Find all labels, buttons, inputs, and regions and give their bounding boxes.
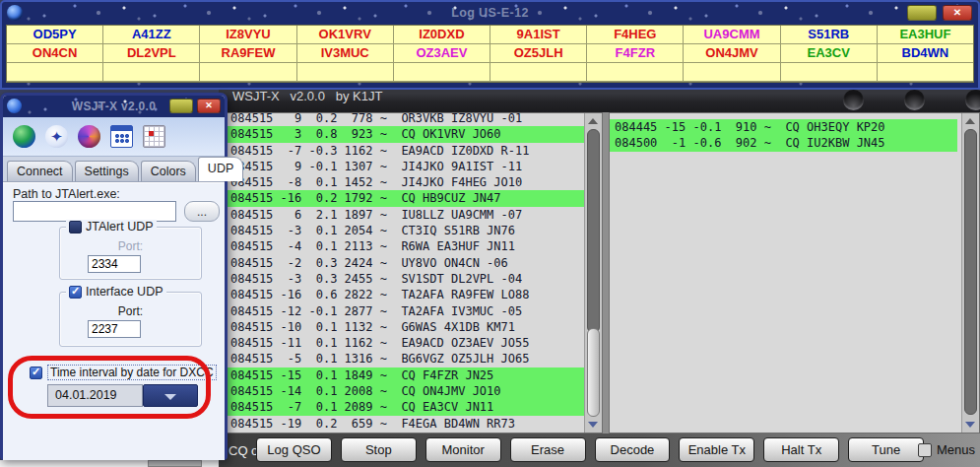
callsign-cell[interactable]: IZ0DXD bbox=[394, 26, 490, 44]
decode-row[interactable]: 084515 -4 0.1 2113 ~ R6WA EA3HUF JN11 bbox=[226, 238, 585, 254]
callsign-cell[interactable]: OD5PY bbox=[7, 26, 103, 44]
callsign-cell[interactable]: EA3HUF bbox=[878, 26, 973, 44]
callsign-cell[interactable] bbox=[103, 63, 200, 82]
decode-row[interactable]: 084515 -16 0.2 1792 ~ CQ HB9CUZ JN47 bbox=[226, 190, 585, 206]
grid-icon[interactable] bbox=[143, 125, 165, 148]
dialog-titlebar[interactable]: WSJT-X v2.0.0 ✕ bbox=[3, 96, 225, 117]
callsign-cell[interactable]: ON4JMV bbox=[684, 44, 780, 63]
decode-row[interactable]: 084515 -11 0.1 1162 ~ EA9ACD OZ3AEV JO55 bbox=[226, 335, 585, 351]
scrollbar-groove[interactable] bbox=[964, 129, 977, 415]
erase-button[interactable]: Erase bbox=[510, 437, 586, 462]
close-icon[interactable]: ✕ bbox=[197, 99, 221, 113]
tab-udp[interactable]: UDP bbox=[198, 157, 243, 181]
callsign-cell[interactable] bbox=[200, 63, 296, 82]
callsign-cell[interactable] bbox=[684, 63, 780, 82]
rx-frequency-scrollbar[interactable] bbox=[961, 113, 979, 433]
decode-row[interactable]: 084515 -7 -0.3 1162 ~ EA9ACD IZ0DXD R-11 bbox=[226, 143, 585, 159]
callsign-cell[interactable]: A41ZZ bbox=[103, 26, 200, 44]
calendar-icon[interactable] bbox=[110, 125, 133, 148]
decode-row[interactable]: 084515 -10 0.1 1132 ~ G6WAS 4X1DB KM71 bbox=[226, 319, 585, 335]
decode-row[interactable]: 084515 -5 0.1 1316 ~ BG6VGZ OZ5JLH JO65 bbox=[226, 351, 585, 367]
decode-row[interactable]: 084515 -15 0.1 1849 ~ CQ F4FZR JN25 bbox=[226, 367, 585, 383]
compass-icon[interactable] bbox=[45, 125, 68, 148]
decode-row[interactable]: 084515 3 0.8 923 ~ CQ OK1VRV JO60 bbox=[226, 126, 585, 142]
decode-row[interactable]: 084515 -3 0.1 2054 ~ CT3IQ S51RB JN76 bbox=[226, 223, 585, 238]
callsign-cell[interactable]: UA9CMM bbox=[684, 26, 780, 44]
callsign-cell[interactable]: F4FZR bbox=[587, 44, 684, 63]
stop-button[interactable]: Stop bbox=[341, 437, 417, 462]
minimize-button[interactable] bbox=[907, 5, 937, 21]
callsign-cell[interactable]: EA3CV bbox=[781, 44, 878, 63]
tab-colors[interactable]: Colors bbox=[141, 161, 196, 181]
decode-row[interactable]: 084515 9 0.2 778 ~ OR3VKB IZ8VYU -01 bbox=[226, 112, 585, 126]
log-window-titlebar[interactable]: Log US-E-12 ✕ bbox=[2, 2, 978, 24]
callsign-cell[interactable]: RA9FEW bbox=[200, 44, 296, 63]
callsign-cell[interactable]: S51RB bbox=[781, 26, 878, 44]
browse-button[interactable]: ... bbox=[184, 201, 220, 222]
callsign-cell[interactable]: IV3MUC bbox=[297, 44, 394, 63]
scrollbar-groove[interactable] bbox=[587, 129, 600, 333]
date-dropdown-button[interactable] bbox=[143, 384, 198, 407]
app-icon[interactable] bbox=[7, 5, 23, 21]
decode-button[interactable]: Decode bbox=[595, 437, 671, 462]
callsign-cell[interactable] bbox=[394, 63, 490, 82]
path-input[interactable] bbox=[13, 201, 176, 222]
callsign-cell[interactable] bbox=[587, 63, 684, 82]
jtalert-udp-checkbox[interactable] bbox=[69, 221, 82, 234]
callsign-cell[interactable]: DL2VPL bbox=[103, 44, 200, 63]
monitor-button[interactable]: Monitor bbox=[425, 437, 501, 462]
scroll-up-icon[interactable] bbox=[965, 118, 975, 124]
decode-row[interactable]: 084515 9 -0.1 1307 ~ JI4JKO 9A1IST -11 bbox=[226, 159, 585, 174]
decode-row[interactable]: 084515 -19 0.2 659 ~ F4EGA BD4WN RR73 bbox=[226, 416, 585, 432]
callsign-cell[interactable]: BD4WN bbox=[878, 44, 973, 63]
decode-row[interactable]: 084500 -1 -0.6 902 ~ CQ IU2KBW JN45 bbox=[610, 135, 957, 151]
decode-row[interactable]: 084515 6 2.1 1897 ~ IU8LLZ UA9CMM -07 bbox=[226, 207, 585, 223]
minimize-button[interactable] bbox=[169, 99, 193, 113]
window-button-3[interactable] bbox=[965, 90, 980, 110]
tab-connect[interactable]: Connect bbox=[7, 161, 73, 181]
scroll-down-icon[interactable] bbox=[965, 422, 975, 428]
window-button-1[interactable] bbox=[843, 90, 864, 110]
callsign-cell[interactable]: IZ8VYU bbox=[200, 26, 296, 44]
tune-button[interactable]: Tune bbox=[848, 437, 924, 462]
decode-row[interactable]: 084515 -2 0.3 2424 ~ UY8VO ON4CN -06 bbox=[226, 255, 585, 271]
callsign-cell[interactable]: F4HEG bbox=[587, 26, 684, 44]
log-qso-button[interactable]: Log QSO bbox=[256, 437, 332, 462]
callsign-cell[interactable] bbox=[297, 63, 394, 82]
interface-udp-checkbox[interactable] bbox=[69, 286, 82, 299]
interface-port-input[interactable] bbox=[88, 320, 141, 338]
decode-row[interactable]: 084515 -3 0.3 2455 ~ SV1SDT DL2VPL -04 bbox=[226, 271, 585, 287]
halt-tx-button[interactable]: Halt Tx bbox=[763, 437, 839, 462]
app-icon[interactable] bbox=[7, 99, 22, 113]
window-button-2[interactable] bbox=[904, 90, 925, 110]
menus-control[interactable]: Menus bbox=[918, 442, 975, 457]
main-window-titlebar[interactable]: WSJT-X v2.0.0 by K1JT bbox=[219, 87, 980, 112]
callsign-cell[interactable] bbox=[7, 63, 103, 82]
callsign-cell[interactable]: OK1VRV bbox=[297, 26, 394, 44]
callsign-cell[interactable]: ON4CN bbox=[7, 44, 103, 63]
palette-sphere-icon[interactable] bbox=[78, 125, 100, 148]
close-icon[interactable]: ✕ bbox=[943, 5, 972, 21]
callsign-cell[interactable]: OZ3AEV bbox=[394, 44, 490, 63]
decode-row[interactable]: 084515 -12 -0.1 2877 ~ TA2AFA IV3MUC -05 bbox=[226, 303, 585, 319]
enable-tx-button[interactable]: Enable Tx bbox=[679, 437, 754, 462]
decode-row[interactable]: 084515 -7 0.1 2089 ~ CQ EA3CV JN11 bbox=[226, 399, 585, 415]
dxcc-interval-checkbox[interactable] bbox=[30, 367, 42, 379]
callsign-cell[interactable] bbox=[781, 63, 878, 82]
callsign-cell[interactable] bbox=[878, 63, 973, 82]
dxcc-date-field[interactable]: 04.01.2019 bbox=[47, 384, 143, 407]
tab-settings[interactable]: Settings bbox=[75, 161, 139, 181]
band-activity-scrollbar[interactable] bbox=[584, 113, 602, 433]
decode-row[interactable]: 084515 -8 0.1 1452 ~ JI4JKO F4HEG JO10 bbox=[226, 174, 585, 190]
scroll-down-icon[interactable] bbox=[588, 422, 598, 428]
menus-checkbox[interactable] bbox=[918, 443, 932, 457]
jtalert-port-input[interactable] bbox=[88, 255, 141, 273]
scroll-up-icon[interactable] bbox=[588, 118, 598, 124]
globe-icon[interactable] bbox=[13, 125, 35, 148]
decode-row[interactable]: 084445 -15 -0.1 910 ~ CQ OH3EQY KP20 bbox=[610, 119, 957, 135]
scrollbar-thumb[interactable] bbox=[587, 328, 600, 417]
callsign-cell[interactable]: OZ5JLH bbox=[490, 44, 587, 63]
callsign-cell[interactable] bbox=[490, 63, 587, 82]
callsign-cell[interactable]: 9A1IST bbox=[490, 26, 587, 44]
decode-row[interactable]: 084515 -14 0.1 2008 ~ CQ ON4JMV JO10 bbox=[226, 383, 585, 399]
